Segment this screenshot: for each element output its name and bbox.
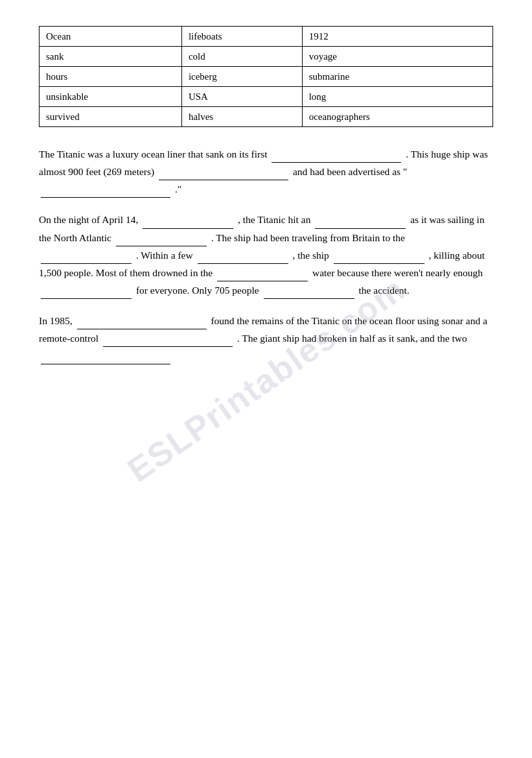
blank-5[interactable] xyxy=(315,217,406,229)
p1-text-4: ." xyxy=(175,184,181,195)
paragraph-1: The Titanic was a luxury ocean liner tha… xyxy=(39,145,493,198)
blank-11[interactable] xyxy=(41,287,132,299)
word-bank-table: Ocean lifeboats 1912 sank cold voyage ho… xyxy=(39,26,493,127)
col2-row5: halves xyxy=(181,107,302,127)
blank-7[interactable] xyxy=(41,252,132,264)
paragraph-3: In 1985, found the remains of the Titani… xyxy=(39,312,493,364)
table-row: sank cold voyage xyxy=(40,47,493,67)
col3-row3: submarine xyxy=(302,67,492,87)
col2-row3: iceberg xyxy=(181,67,302,87)
col2-row1: lifeboats xyxy=(181,27,302,47)
passage: The Titanic was a luxury ocean liner tha… xyxy=(39,145,493,364)
table-row: Ocean lifeboats 1912 xyxy=(40,27,493,47)
blank-4[interactable] xyxy=(143,217,233,229)
table-row: hours iceberg submarine xyxy=(40,67,493,87)
col3-row1: 1912 xyxy=(302,27,492,47)
blank-14[interactable] xyxy=(103,335,233,347)
p2-text-9: for everyone. Only 705 people xyxy=(136,285,259,296)
blank-1[interactable] xyxy=(272,151,401,163)
col3-row4: long xyxy=(302,87,492,107)
col1-row5: survived xyxy=(40,107,182,127)
p2-text-10: the accident. xyxy=(358,285,409,296)
blank-12[interactable] xyxy=(264,287,354,299)
p2-text-5: . Within a few xyxy=(136,250,193,261)
p2-text-1: On the night of April 14, xyxy=(39,214,138,225)
blank-6[interactable] xyxy=(116,235,207,246)
blank-3[interactable] xyxy=(41,186,170,198)
p1-text-1: The Titanic was a luxury ocean liner tha… xyxy=(39,148,268,160)
p2-text-4: . The ship had been traveling from Brita… xyxy=(211,232,405,243)
p3-text-1: In 1985, xyxy=(39,315,73,326)
col1-row2: sank xyxy=(40,47,182,67)
p1-text-3: and had been advertised as " xyxy=(293,166,407,177)
col3-row5: oceanographers xyxy=(302,107,492,127)
table-row: unsinkable USA long xyxy=(40,87,493,107)
p2-text-6: , the ship xyxy=(292,250,329,261)
blank-9[interactable] xyxy=(334,252,424,264)
paragraph-2: On the night of April 14, , the Titanic … xyxy=(39,211,493,299)
blank-2[interactable] xyxy=(159,169,288,180)
p3-text-3: . The giant ship had broken in half as i… xyxy=(237,333,467,344)
blank-10[interactable] xyxy=(217,270,308,281)
p2-text-8: water because there weren't nearly enoug… xyxy=(312,267,483,278)
col2-row4: USA xyxy=(181,87,302,107)
p2-text-2: , the Titanic hit an xyxy=(238,214,310,225)
col1-row4: unsinkable xyxy=(40,87,182,107)
col1-row1: Ocean xyxy=(40,27,182,47)
col3-row2: voyage xyxy=(302,47,492,67)
table-row: survived halves oceanographers xyxy=(40,107,493,127)
blank-15[interactable] xyxy=(41,353,170,364)
col1-row3: hours xyxy=(40,67,182,87)
blank-13[interactable] xyxy=(77,318,207,329)
col2-row2: cold xyxy=(181,47,302,67)
blank-8[interactable] xyxy=(198,252,288,264)
